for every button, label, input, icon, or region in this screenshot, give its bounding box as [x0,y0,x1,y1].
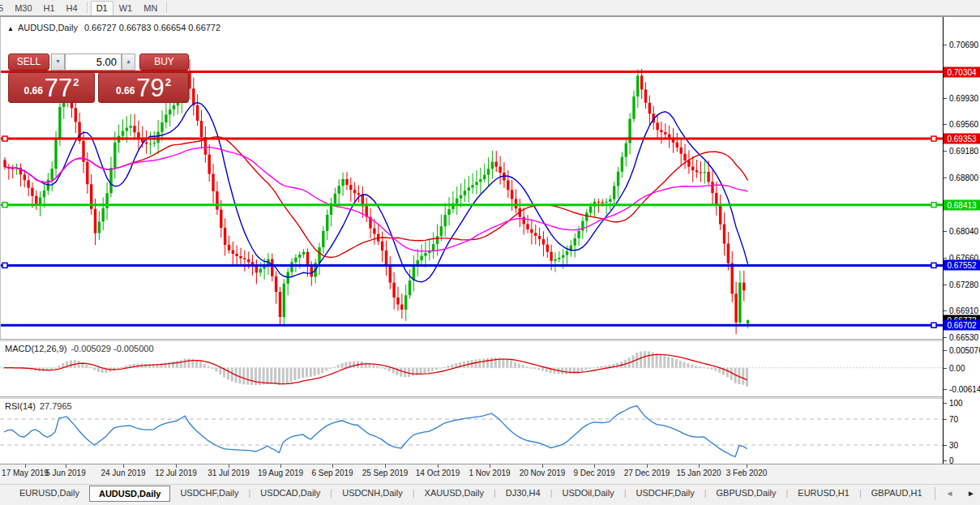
volume-decrease-button[interactable]: ▼ [51,53,65,71]
price-tick-label: 0.69560 [949,120,978,129]
one-click-trade-panel: SELL ▼ ▲ BUY 0.66772 0.66792 [8,53,189,103]
timeframe-button-h1[interactable]: H1 [38,1,61,16]
buy-price-button[interactable]: 0.66792 [98,72,189,103]
price-tick [944,45,947,45]
tab-arrows-separator [935,487,935,500]
tab-scroll-arrows: ◄ ► [935,487,975,500]
date-tick [542,464,543,468]
date-tick [123,464,124,468]
price-tick [944,178,947,178]
chart-tab-eurusd-daily[interactable]: EURUSD,Daily [10,485,89,500]
tab-scroll-right-icon[interactable]: ► [967,489,975,498]
rsi-panel[interactable]: RSI(14)27.7965 [0,399,943,464]
price-tick [944,310,947,311]
macd-values: -0.005029 -0.005000 [71,344,153,353]
price-tick [944,124,947,125]
macd-signal-line [4,354,747,383]
buy-price-big: 79 [136,77,164,100]
chart-tab-usdoil-daily[interactable]: USDOil,Daily [552,485,623,500]
rsi-name: RSI(14) [5,401,36,411]
date-tick [229,464,229,468]
timeframe-button-5[interactable]: 5 [0,1,9,16]
price-tick [944,258,947,259]
date-tick [280,464,281,468]
buy-price-prefix: 0.66 [116,85,135,96]
timeframe-button-m30[interactable]: M30 [9,1,37,16]
timeframe-button-w1[interactable]: W1 [113,1,139,16]
chart-tab-dj30-h4[interactable]: DJ30,H4 [496,485,550,500]
chart-tab-usdcad-daily[interactable]: USDCAD,Daily [250,485,330,500]
chart-tab-audusd-daily[interactable]: AUDUSD,Daily [89,486,170,502]
date-label: 20 Nov 2019 [520,469,566,477]
date-tick [385,464,386,468]
chart-tab-usdchf-daily[interactable]: USDCHF,Daily [627,485,704,500]
macd-label: MACD(12,26,9)-0.005029 -0.005000 [5,344,154,353]
date-label: 19 Aug 2019 [258,469,303,477]
date-label: 5 Jun 2019 [45,469,86,477]
volume-increase-button[interactable]: ▲ [122,53,135,71]
spin-up-icon: ▲ [126,58,131,64]
buy-button[interactable]: BUY [139,53,189,71]
date-label: 6 Sep 2019 [311,469,353,477]
main-chart-panel[interactable]: ▲AUDUSD,Daily0.66727 0.66783 0.66654 0.6… [0,17,944,339]
macd-panel[interactable]: MACD(12,26,9)-0.005029 -0.005000 [0,341,943,396]
date-label: 14 Oct 2019 [416,469,460,477]
rsi-axis-label: 100 [949,399,963,408]
date-label: 3 Feb 2020 [726,469,768,477]
chart-tab-bar: EURUSD,DailyAUDUSD,DailyUSDCHF,Daily|USD… [0,484,980,505]
macd-axis-label: 0.005076 [949,346,980,355]
chart-title: ▲AUDUSD,Daily0.66727 0.66783 0.66654 0.6… [7,23,220,32]
chart-tab-gbpusd-daily[interactable]: GBPUSD,Daily [707,485,786,500]
chart-tab-usdchf-daily[interactable]: USDCHF,Daily [170,485,248,500]
date-tick [25,464,26,468]
hline-price-label: 0.66702 [944,320,980,331]
rsi-tick [944,419,947,420]
macd-tick [944,368,947,369]
date-tick [66,464,66,468]
ma-10-line [5,103,748,282]
hline-price-label: 0.69353 [944,134,980,144]
price-tick [944,151,947,152]
date-tick [490,464,490,468]
date-tick [332,464,333,468]
sell-price-big: 77 [45,77,72,100]
rsi-tick [944,403,947,404]
chart-tab-gbpaud-h1[interactable]: GBPAUD,H1 [862,485,932,500]
toolbar-separator [87,2,88,13]
hline-price-label: 0.68413 [944,200,980,211]
rsi-axis-label: 30 [949,441,958,450]
date-tick [594,464,595,468]
macd-axis-label: -0.006148 [949,385,980,394]
date-label: 15 Jan 2020 [676,469,721,477]
price-tick-label: 0.66910 [949,306,978,315]
tab-scroll-left-icon[interactable]: ◄ [945,489,953,498]
macd-tick [944,350,947,351]
rsi-chart[interactable] [0,399,943,464]
collapse-arrow-icon[interactable]: ▲ [7,25,14,32]
price-scale[interactable]: 0.70690 0.69930 0.69560 0.69180 0.68800 … [944,17,980,464]
date-label: 25 Sep 2019 [362,469,409,477]
price-tick-label: 0.68040 [949,227,978,236]
date-label: 9 Dec 2019 [573,469,614,477]
chart-tab-usdcnh-daily[interactable]: USDCNH,Daily [332,485,413,500]
hline-price-label: 0.67552 [944,260,980,271]
chart-tab-eurusd-h1[interactable]: EURUSD,H1 [788,485,859,500]
price-tick [944,337,947,338]
spin-down-icon: ▼ [55,58,61,64]
sell-button[interactable]: SELL [8,53,49,71]
date-axis[interactable]: 17 May 2019 5 Jun 2019 24 Jun 2019 12 Ju… [0,464,980,485]
macd-name: MACD(12,26,9) [5,344,66,353]
date-label: 12 Jul 2019 [155,469,197,477]
timeframe-button-d1[interactable]: D1 [91,1,113,16]
timeframe-toolbar: 5M30H1H4D1W1MN [0,0,980,16]
date-tick [647,464,648,468]
timeframe-button-mn[interactable]: MN [138,1,163,16]
sell-price-button[interactable]: 0.66772 [8,72,95,103]
date-tick [438,464,439,468]
timeframe-button-h4[interactable]: H4 [61,1,83,16]
chart-tab-xauusd-daily[interactable]: XAUUSD,Daily [415,485,494,500]
volume-input[interactable] [65,53,122,71]
price-tick-label: 0.70690 [949,41,978,49]
date-label: 27 Dec 2019 [624,469,670,477]
date-label: 17 May 2019 [2,469,49,477]
